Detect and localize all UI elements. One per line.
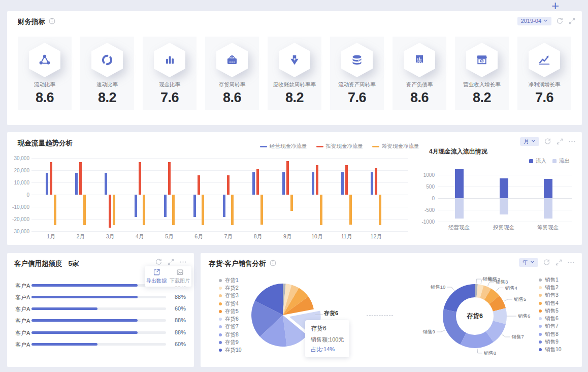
period-selector[interactable]: 月 <box>520 137 539 146</box>
metric-value: 7.6 <box>160 90 179 106</box>
refresh-icon[interactable] <box>155 258 162 266</box>
trend-bar <box>320 195 322 225</box>
legend-item[interactable]: 销售7 <box>539 323 562 330</box>
link-connector-line <box>367 315 393 316</box>
info-icon[interactable] <box>270 259 276 268</box>
legend-marker <box>260 146 267 147</box>
trend-bar <box>143 195 145 225</box>
period-selector[interactable]: 年 <box>519 258 538 267</box>
metric-value: 8.6 <box>223 90 241 106</box>
metric-card[interactable]: ¥流动资产周转率7.6 <box>330 37 384 110</box>
more-menu-popover: 导出数据下载图片 <box>145 266 191 287</box>
expand-icon[interactable] <box>568 17 576 25</box>
legend-item[interactable]: 销售8 <box>539 330 562 338</box>
receipt-icon <box>404 43 435 77</box>
legend-marker <box>539 340 542 344</box>
sales-donut-chart: 存货6销售1销售2销售3销售4销售5销售6销售7销售8销售9销售10 <box>414 268 547 369</box>
expand-icon[interactable] <box>556 138 564 145</box>
tooltip-share: 占比:14% <box>311 346 344 353</box>
metric-card[interactable]: 现金比率7.6 <box>143 37 197 110</box>
metric-value: 8.2 <box>473 90 491 106</box>
metric-card[interactable]: 速动比率8.2 <box>80 37 134 110</box>
x-axis-label: 11月 <box>336 233 358 240</box>
metric-card[interactable]: 净利润增长率7.6 <box>517 37 571 110</box>
refresh-icon[interactable] <box>544 138 551 145</box>
progress-fill <box>31 331 138 334</box>
percent-value: 88% <box>169 329 186 335</box>
trend-bar <box>193 195 196 217</box>
x-axis-label: 6月 <box>188 233 210 240</box>
customer-credit-panel: 客户信用超额度 5家 客户A88%客户A88%客户A60%客户A88%客户A88… <box>7 253 194 367</box>
progress-track <box>31 343 166 346</box>
legend-marker <box>529 159 533 163</box>
legend-item[interactable]: 流入 <box>529 158 546 165</box>
trend-bar <box>54 195 56 225</box>
customer-label: 客户A <box>15 282 30 290</box>
legend-item[interactable]: 销售2 <box>539 284 562 291</box>
refresh-icon[interactable] <box>543 259 550 266</box>
expand-icon[interactable] <box>167 258 175 266</box>
export-data-menu-item[interactable]: 导出数据 <box>146 268 167 285</box>
percent-value: 88% <box>169 317 186 323</box>
legend-item[interactable]: 流出 <box>552 158 570 165</box>
gridline <box>438 222 572 222</box>
y-axis-label: -30,000 <box>7 229 29 234</box>
bar-chart-icon <box>154 43 185 77</box>
trend-bar <box>223 195 225 217</box>
trend-bar <box>282 172 285 195</box>
metric-card[interactable]: $营业收入增长率8.2 <box>455 37 509 110</box>
storefront-icon: $ <box>466 43 498 77</box>
legend-marker <box>219 287 222 290</box>
legend-marker <box>219 349 222 352</box>
customer-label: 客户A <box>15 317 30 325</box>
trend-bar <box>286 161 289 195</box>
more-icon[interactable] <box>179 258 187 266</box>
legend-item[interactable]: 销售10 <box>539 346 562 354</box>
cash-box-icon: $ <box>216 43 248 77</box>
metric-card[interactable]: $存货周转率8.6 <box>205 37 259 110</box>
metric-card[interactable]: 资产负债率8.6 <box>393 37 446 110</box>
legend-item[interactable]: 销售5 <box>539 307 562 315</box>
x-axis-label: 12月 <box>365 233 387 240</box>
period-selector[interactable]: 2019-04 <box>517 17 551 25</box>
expand-icon[interactable] <box>555 259 563 266</box>
legend-item[interactable]: 筹资现金净流量 <box>372 143 419 150</box>
legend-item[interactable]: 经营现金净流量 <box>260 143 307 150</box>
trend-bar <box>113 195 115 225</box>
progress-track <box>31 296 166 298</box>
legend-item[interactable]: 销售4 <box>539 299 562 307</box>
legend-marker <box>539 278 542 282</box>
image-icon <box>176 268 184 277</box>
inventory-sales-panel: 存货-客户销售分析 年 存货1存货2存货3存货4存货5存货6存货7存货8存货9存… <box>201 253 582 367</box>
donut-label: 销售3 <box>496 279 508 285</box>
legend-item[interactable]: 销售6 <box>539 315 562 322</box>
x-axis-label: 7月 <box>217 233 240 240</box>
trend-bar <box>202 195 204 225</box>
progress-fill <box>31 284 138 287</box>
metric-card[interactable]: ¥应收账款周转率率8.2 <box>268 37 321 110</box>
trend-bar <box>252 172 255 195</box>
metric-label: 应收账款周转率率 <box>273 81 316 88</box>
trend-bar <box>46 173 48 195</box>
download-image-menu-item[interactable]: 下载图片 <box>170 268 190 285</box>
trend-bar <box>50 162 52 195</box>
panel-title: 客户信用超额度 <box>14 259 62 268</box>
legend-item[interactable]: 销售9 <box>539 338 562 346</box>
donut-label: 销售8 <box>484 350 496 356</box>
chevron-down-icon <box>530 258 535 267</box>
legend-item[interactable]: 销售3 <box>539 292 562 299</box>
refresh-icon[interactable] <box>556 17 564 25</box>
more-icon[interactable] <box>568 138 576 145</box>
gridline <box>31 231 408 232</box>
metric-card[interactable]: 流动比率8.6 <box>18 37 72 110</box>
legend-item[interactable]: 投资现金净流量 <box>316 143 364 150</box>
legend-item[interactable]: 销售1 <box>539 276 562 284</box>
x-axis-label: 筹资现金 <box>533 224 563 231</box>
trend-bar <box>371 172 373 195</box>
trend-legend: 经营现金净流量投资现金净流量筹资现金净流量 <box>260 143 419 150</box>
more-icon[interactable] <box>567 259 575 266</box>
info-icon[interactable] <box>49 17 55 26</box>
pie-callout-line <box>315 315 323 315</box>
donut-label: 销售5 <box>514 296 526 302</box>
legend-marker <box>539 302 542 305</box>
